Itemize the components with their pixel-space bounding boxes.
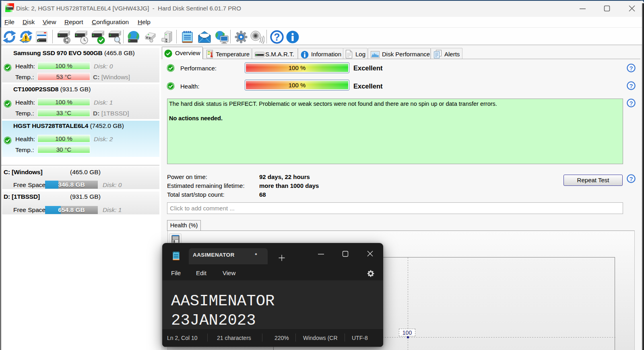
svg-text:?: ? (629, 65, 633, 72)
svg-text:?: ? (274, 31, 280, 43)
svg-text:?: ? (629, 175, 633, 182)
svg-text:?: ? (629, 100, 633, 107)
svg-text:?: ? (629, 82, 633, 89)
